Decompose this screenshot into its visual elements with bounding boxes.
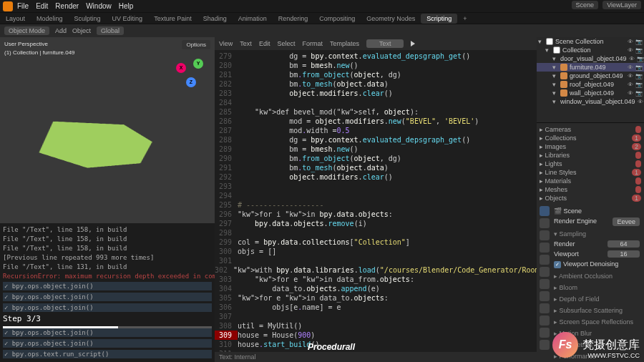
property-tab-icon[interactable] [540, 255, 550, 265]
property-tab-icon[interactable] [540, 218, 550, 228]
mode-dropdown[interactable]: Object Mode [4, 26, 49, 35]
data-list-row[interactable]: ▸ Meshes [540, 185, 641, 194]
property-tab-icon[interactable] [540, 279, 550, 289]
data-list-row[interactable]: ▸ Materials [540, 177, 641, 185]
data-lists[interactable]: ▸ Cameras▸ Collections1▸ Images2▸ Librar… [537, 123, 644, 205]
code-line[interactable]: 308util = MyUtil() [215, 321, 537, 331]
outliner-item[interactable]: ▾Collection👁📷 [537, 46, 644, 54]
data-list-row[interactable]: ▸ Cameras [540, 125, 641, 134]
section[interactable]: ▸ Bloom [552, 283, 641, 293]
section[interactable]: ▸ Depth of Field [552, 294, 641, 304]
code-line[interactable]: 287 mod.width =0.5 [215, 126, 537, 135]
properties-tabs[interactable] [540, 206, 551, 361]
code-line[interactable]: 293 [215, 182, 537, 191]
code-line[interactable]: 281 bm.from_object(object, dg) [215, 70, 537, 79]
data-list-row[interactable]: ▸ Line Styles1 [540, 168, 641, 177]
code-line[interactable]: 288 dg = bpy.context.evaluated_depsgraph… [215, 135, 537, 145]
workspace-tab[interactable]: Animation [233, 14, 273, 24]
outliner-item[interactable]: ▾wall_object.049👁📷 [537, 89, 644, 97]
mesh-object[interactable] [24, 115, 163, 175]
workspace-tab[interactable]: Rendering [273, 14, 314, 24]
code-line[interactable]: 290 bm.from_object(object, dg) [215, 154, 537, 163]
property-tab-icon[interactable] [540, 315, 550, 326]
text-name-field[interactable]: Text [366, 39, 404, 48]
menu-add[interactable]: Add [55, 27, 67, 34]
axis-y-icon[interactable]: Y [193, 59, 203, 69]
outliner-item[interactable]: ▾ground_object.049👁📷 [537, 72, 644, 80]
code-line[interactable]: 306 objs[e.name] = e [215, 303, 537, 312]
code-line[interactable]: 297 bpy.data.objects.remove(i) [215, 219, 537, 228]
code-line[interactable]: 307 [215, 312, 537, 321]
viewport-samples-input[interactable] [608, 250, 640, 258]
code-line[interactable]: 296"kw">for i "kw">in bpy.data.objects: [215, 210, 537, 219]
property-tab-icon[interactable] [540, 291, 550, 301]
add-workspace-icon[interactable]: + [457, 14, 472, 24]
menu-render[interactable]: Render [55, 2, 79, 10]
code-line[interactable]: 295# ------------------ [215, 200, 537, 210]
property-tab-icon[interactable] [540, 267, 550, 277]
menu-window[interactable]: Window [86, 2, 112, 10]
axis-gizmo[interactable]: X Y Z [176, 59, 205, 87]
code-line[interactable]: 305"kw">for e "kw">in data_to.objects: [215, 293, 537, 303]
code-line[interactable]: 299col = bpy.data.collections["Collectio… [215, 238, 537, 247]
code-line[interactable]: 303 "kw">for e "kw">in data_from.objects… [215, 275, 537, 284]
outliner-item[interactable]: ▾furniture.049👁📷 [537, 63, 644, 72]
workspace-tab[interactable]: Texture Paint [148, 14, 197, 24]
code-line[interactable]: 302"kw">with bpy.data.libraries.load("/c… [215, 265, 537, 275]
run-script-icon[interactable] [411, 41, 415, 47]
code-line[interactable]: 309house = House(900) [215, 331, 537, 340]
property-tab-icon[interactable] [540, 243, 550, 253]
workspace-tab[interactable]: Geometry Nodes [361, 14, 421, 24]
menu-help[interactable]: Help [119, 2, 134, 10]
orientation-dropdown[interactable]: Global [97, 26, 124, 35]
outliner-item[interactable]: ▾door_visual_object.049👁📷 [537, 54, 644, 63]
code-area[interactable]: 279 dg = bpy.context.evaluated_depsgraph… [215, 50, 537, 352]
code-line[interactable]: 284 [215, 98, 537, 107]
checkbox[interactable]: ✓ [554, 261, 561, 268]
editor-menu[interactable]: Edit [259, 40, 270, 47]
property-tab-icon[interactable] [540, 303, 550, 313]
outliner-item[interactable]: ▾Scene Collection👁📷 [537, 37, 644, 46]
python-console[interactable]: File "/Text", line 158, in build File "/… [0, 223, 215, 362]
code-line[interactable]: 300objs = [] [215, 247, 537, 256]
workspace-tab[interactable]: UV Editing [107, 14, 149, 24]
scene-dropdown[interactable]: Scene [572, 1, 599, 9]
section[interactable]: ▸ Subsurface Scattering [552, 305, 641, 315]
property-tab-icon[interactable] [540, 328, 550, 338]
workspace-tab[interactable]: Sculpting [69, 14, 107, 24]
workspace-tab[interactable]: Scripting [421, 14, 457, 24]
outliner[interactable]: ▾Scene Collection👁📷▾Collection👁📷▾door_vi… [537, 37, 644, 123]
property-tab-icon[interactable] [540, 230, 550, 240]
section[interactable]: ▸ Ambient Occlusion [552, 271, 641, 281]
outliner-item[interactable]: ▾roof_object.049👁📷 [537, 80, 644, 89]
property-tab-icon[interactable] [540, 206, 550, 216]
workspace-tab[interactable]: Compositing [313, 14, 361, 24]
data-list-row[interactable]: ▸ Objects1 [540, 194, 641, 202]
menu-edit[interactable]: Edit [36, 2, 48, 10]
data-list-row[interactable]: ▸ Images2 [540, 142, 641, 151]
section[interactable]: ▾ Sampling [552, 229, 641, 239]
editor-menu[interactable]: View [219, 40, 233, 47]
data-list-row[interactable]: ▸ Lights [540, 160, 641, 168]
editor-menu[interactable]: Templates [330, 40, 359, 47]
code-line[interactable]: 292 object.modifiers.clear() [215, 172, 537, 182]
workspace-tab[interactable]: Modeling [31, 14, 69, 24]
code-line[interactable]: 282 bm.to_mesh(object.data) [215, 79, 537, 89]
code-line[interactable]: 298 [215, 228, 537, 238]
menu-object[interactable]: Object [72, 27, 91, 34]
data-list-row[interactable]: ▸ Collections1 [540, 134, 641, 142]
code-line[interactable]: 285 "kw">def bevel_mod("kw">self, object… [215, 107, 537, 117]
editor-menu[interactable]: Text [240, 40, 252, 47]
code-line[interactable]: 279 dg = bpy.context.evaluated_depsgraph… [215, 52, 537, 61]
code-line[interactable]: 310house.start_build() [215, 340, 537, 349]
code-line[interactable]: 286 mod = object.modifiers.new("BEVEL", … [215, 117, 537, 126]
menu-file[interactable]: File [17, 2, 29, 10]
render-engine-dropdown[interactable]: Eevee [613, 217, 640, 226]
workspace-tab[interactable]: Layout [0, 14, 31, 24]
3d-viewport[interactable]: User Perspective (1) Collection | furnit… [0, 37, 215, 223]
code-line[interactable]: 291 bm.to_mesh(object.data) [215, 163, 537, 172]
code-line[interactable]: 280 bm = bmesh.new() [215, 61, 537, 70]
editor-menu[interactable]: Format [302, 40, 323, 47]
axis-z-icon[interactable]: Z [186, 77, 196, 87]
viewlayer-dropdown[interactable]: ViewLayer [602, 1, 641, 9]
